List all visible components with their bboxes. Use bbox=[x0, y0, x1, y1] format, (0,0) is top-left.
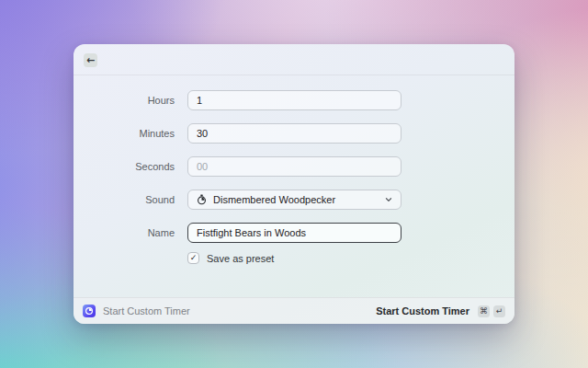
start-custom-timer-label: Start Custom Timer bbox=[376, 305, 469, 316]
chevron-down-icon bbox=[385, 196, 392, 203]
name-input[interactable] bbox=[187, 223, 401, 243]
footer-command-name: Start Custom Timer bbox=[103, 305, 376, 316]
timer-app-icon bbox=[83, 305, 96, 317]
form-row-name: Name bbox=[74, 223, 514, 243]
footer-bar: Start Custom Timer Start Custom Timer ⌘ … bbox=[74, 297, 514, 324]
return-key-icon: ↵ bbox=[493, 305, 505, 317]
custom-timer-window: ← Hours Minutes Seconds Sound Dismembere… bbox=[74, 44, 514, 324]
back-arrow-icon: ← bbox=[86, 54, 95, 66]
stopwatch-icon bbox=[197, 194, 207, 205]
form-row-hours: Hours bbox=[74, 90, 514, 110]
hours-label: Hours bbox=[74, 90, 175, 110]
form-row-seconds: Seconds bbox=[74, 156, 514, 177]
minutes-label: Minutes bbox=[74, 123, 175, 144]
command-key-icon: ⌘ bbox=[478, 305, 490, 317]
save-as-preset-checkbox[interactable]: ✓ Save as preset bbox=[187, 252, 274, 264]
timer-dial-icon bbox=[85, 306, 94, 316]
sound-label: Sound bbox=[74, 190, 175, 210]
sound-select[interactable]: Dismembered Woodpecker bbox=[187, 190, 401, 210]
form-row-sound: Sound Dismembered Woodpecker bbox=[74, 190, 514, 210]
desktop-background: ← Hours Minutes Seconds Sound Dismembere… bbox=[0, 0, 588, 368]
name-label: Name bbox=[74, 223, 175, 243]
seconds-label: Seconds bbox=[74, 156, 175, 177]
start-custom-timer-button[interactable]: Start Custom Timer ⌘ ↵ bbox=[376, 305, 505, 317]
minutes-input[interactable] bbox=[187, 123, 401, 144]
sound-value: Dismembered Woodpecker bbox=[213, 194, 379, 205]
back-button[interactable]: ← bbox=[84, 53, 97, 67]
checkmark-icon: ✓ bbox=[187, 252, 199, 264]
hours-input[interactable] bbox=[187, 90, 401, 110]
form-row-minutes: Minutes bbox=[74, 123, 514, 144]
seconds-input[interactable] bbox=[187, 156, 401, 177]
window-header: ← bbox=[74, 44, 514, 75]
save-as-preset-label: Save as preset bbox=[207, 253, 274, 264]
